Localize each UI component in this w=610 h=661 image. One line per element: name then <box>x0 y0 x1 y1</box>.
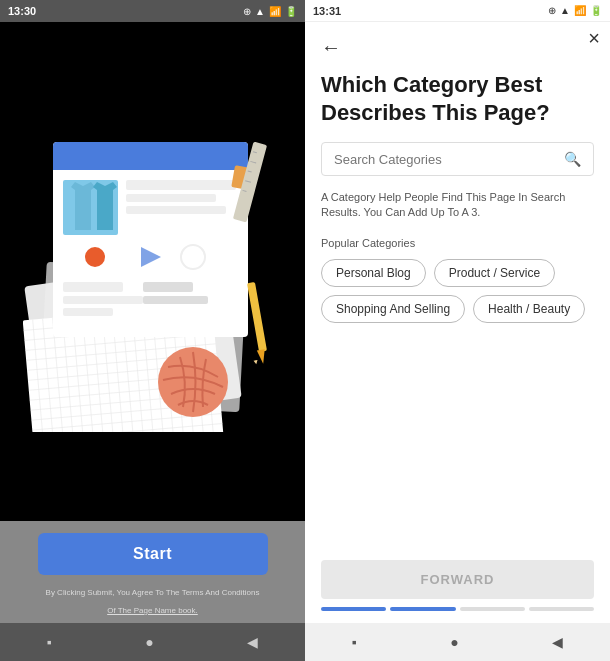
time-right: 13:31 <box>313 5 341 17</box>
forward-button[interactable]: FORWARD <box>321 560 594 599</box>
popular-label: Popular Categories <box>321 237 594 249</box>
status-bar-left: 13:30 ⊕ ▲ 📶 🔋 <box>0 0 305 22</box>
progress-bar <box>321 607 594 611</box>
helper-text: A Category Help People Find This Page In… <box>321 190 594 221</box>
svg-rect-39 <box>126 180 236 190</box>
nav-icon-back-left: ◀ <box>247 634 258 650</box>
nav-bar-left: ▪ ● ◀ <box>0 623 305 661</box>
illustration-area <box>0 22 305 521</box>
category-chip-0[interactable]: Personal Blog <box>321 259 426 287</box>
nav-bar-right: ▪ ● ◀ <box>305 623 610 661</box>
nav-icon-back-right: ◀ <box>552 634 563 650</box>
right-content: ← × Which Category Best Describes This P… <box>305 22 610 550</box>
terms-text: By Clicking Submit, You Agree To The Ter… <box>46 588 260 597</box>
search-icon: 🔍 <box>564 151 581 167</box>
nav-icon-circle-right: ● <box>450 634 458 650</box>
svg-rect-35 <box>53 156 248 170</box>
svg-rect-33 <box>53 142 248 337</box>
svg-rect-49 <box>143 296 208 304</box>
svg-marker-58 <box>256 349 266 364</box>
svg-rect-46 <box>63 296 143 304</box>
status-icons-left: ⊕ ▲ 📶 🔋 <box>243 6 297 17</box>
svg-point-42 <box>85 247 105 267</box>
back-button[interactable]: ← <box>321 36 594 59</box>
search-bar[interactable]: 🔍 <box>321 142 594 176</box>
status-icons-right: ⊕ ▲ 📶 🔋 <box>548 5 602 16</box>
category-chip-2[interactable]: Shopping And Selling <box>321 295 465 323</box>
svg-marker-59 <box>253 359 258 364</box>
svg-rect-40 <box>126 194 216 202</box>
time-left: 13:30 <box>8 5 36 17</box>
right-footer: FORWARD <box>305 550 610 623</box>
bottom-bar-left: Start By Clicking Submit, You Agree To T… <box>0 521 305 623</box>
category-chip-1[interactable]: Product / Service <box>434 259 555 287</box>
illustration-svg <box>23 112 283 432</box>
svg-rect-47 <box>63 308 113 316</box>
close-button[interactable]: × <box>588 27 600 50</box>
terms-link: Of The Page Name book. <box>107 606 198 615</box>
nav-icon-square-left: ▪ <box>47 634 52 650</box>
status-bar-right: 13:31 ⊕ ▲ 📶 🔋 <box>305 0 610 22</box>
progress-segment-3 <box>529 607 594 611</box>
progress-segment-2 <box>460 607 525 611</box>
category-chip-3[interactable]: Health / Beauty <box>473 295 585 323</box>
svg-rect-48 <box>143 282 193 292</box>
svg-rect-57 <box>246 281 266 351</box>
svg-rect-41 <box>126 206 226 214</box>
terms-area: By Clicking Submit, You Agree To The Ter… <box>46 581 260 617</box>
nav-icon-circle-left: ● <box>145 634 153 650</box>
progress-segment-1 <box>390 607 455 611</box>
categories-grid: Personal Blog Product / Service Shopping… <box>321 259 594 323</box>
progress-segment-0 <box>321 607 386 611</box>
search-input[interactable] <box>334 152 556 167</box>
page-title: Which Category Best Describes This Page? <box>321 71 594 126</box>
nav-icon-square-right: ▪ <box>352 634 357 650</box>
svg-rect-45 <box>63 282 123 292</box>
start-button[interactable]: Start <box>38 533 268 575</box>
